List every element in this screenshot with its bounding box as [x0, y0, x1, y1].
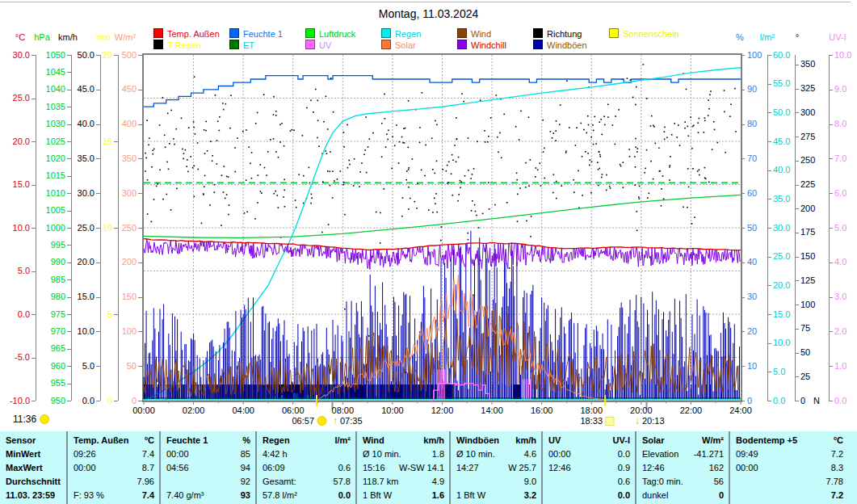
legend-item-label: UV	[319, 40, 331, 50]
cell-value: 7.2	[831, 489, 848, 502]
axis-tick-label: 175	[800, 228, 815, 237]
axis-tick-label: 20	[747, 327, 757, 336]
axis-tick-label: -10.0	[10, 397, 30, 405]
legend-item-label: Feuchte 1	[243, 29, 283, 39]
axis-tick	[114, 228, 118, 229]
axis-tick	[767, 314, 771, 315]
axis-tick-label: 40.0	[773, 166, 790, 174]
page-title: Montag, 11.03.2024	[0, 7, 857, 20]
x-axis-tick-label: 00:00	[132, 405, 155, 415]
moonrise-marker: ↑07:35	[333, 416, 363, 426]
table-group-wind: Windkm/hØ 10 min.1.815:16W-SW 14.1118.7 …	[355, 431, 449, 504]
axis-tick	[767, 372, 771, 372]
axis-tick	[67, 107, 71, 107]
axis-tick	[829, 90, 833, 90]
axis-tick-label: 60	[747, 189, 757, 198]
axis-tick-label: 5.0	[773, 368, 785, 376]
axis-tick	[795, 89, 799, 90]
cell-value: 9.0	[524, 475, 541, 489]
axis-tick-label: 275	[800, 132, 815, 141]
table-row: 1 Bft W3.2	[451, 489, 541, 502]
table-row: Ø 10 min.4.6	[451, 447, 541, 461]
sensor-name: Regen	[257, 434, 290, 447]
cell-label	[451, 475, 456, 489]
axis-tick	[795, 329, 799, 330]
cell-label: dunkel	[636, 489, 668, 502]
legend-item: Wind	[457, 28, 491, 39]
table-row: 09:267.4	[68, 447, 159, 461]
table-row-labels: SensorMinWertMaxWertDurchschnitt11.03. 2…	[0, 431, 66, 504]
table-group-header: Bodentemp +5°C	[730, 434, 848, 447]
axis-tick	[96, 90, 100, 90]
axis-tick	[829, 401, 833, 401]
axis-tick-label: 1000	[46, 224, 65, 233]
table-row: Tag:0 min.56	[636, 475, 729, 489]
legend-item-label: Solar	[395, 40, 416, 50]
table-row-label: 11.03. 23:59	[0, 489, 66, 502]
x-axis-tick-label: 06:00	[282, 405, 305, 415]
table-row: 14:27W 25.7	[451, 461, 541, 475]
axis-tick-label: 60.0	[773, 51, 790, 60]
axis-unit-label: %	[736, 32, 744, 42]
axis-tick	[795, 376, 799, 377]
cell-value: 8.3	[831, 461, 848, 475]
axis-tick-label: 50	[127, 362, 137, 371]
axis-tick	[795, 65, 799, 65]
axis-tick	[32, 401, 36, 401]
cell-label	[161, 475, 166, 489]
axis-scale-line	[100, 55, 101, 401]
axis-tick	[795, 353, 799, 354]
cell-value: 0.0	[338, 489, 355, 502]
axis-tick	[114, 401, 118, 401]
legend-item-label: Sonnenschein	[623, 29, 679, 39]
sensor-unit: km/h	[423, 434, 449, 447]
sensor-name: UV	[543, 434, 561, 447]
axis-tick	[767, 84, 771, 85]
axis-tick-label: 450	[122, 85, 137, 94]
x-axis-tick-label: 16:00	[531, 405, 553, 415]
axis-tick-label: 200	[800, 204, 815, 213]
axis-tick	[67, 314, 71, 315]
table-group-feuchte-1: Feuchte 1%00:008504:5694927.40 g/m³93	[159, 431, 255, 504]
legend-swatch-icon	[229, 28, 239, 38]
axis-unit-label: °	[796, 32, 799, 42]
table-group-bodentemp-5: Bodentemp +5°C09:497.200:008.37.787.2	[729, 431, 848, 504]
axis-tick	[96, 158, 100, 159]
cell-value: 7.4	[142, 447, 159, 461]
weather-chart	[142, 53, 742, 402]
axis-unit-label: W/m²	[115, 32, 136, 42]
sunset-time: 18:33	[580, 416, 603, 426]
axis-tick	[795, 208, 799, 209]
axis-tick-label: 50.0	[78, 51, 95, 60]
legend-item: Windböen	[533, 40, 587, 50]
axis-tick-label: 1035	[46, 103, 65, 111]
sunrise-time: 06:57	[292, 416, 314, 426]
cell-label: Gesamt:	[257, 475, 296, 489]
axis-tick	[795, 401, 799, 401]
legend-item: Richtung	[533, 28, 582, 39]
sensor-name: Feuchte 1	[161, 434, 208, 447]
axis-tick	[67, 228, 71, 229]
cell-label	[730, 475, 736, 489]
cell-value: 85	[241, 447, 255, 461]
axis-tick	[67, 401, 71, 401]
axis-tick-label: 1.0	[834, 362, 846, 371]
axis-tick-label: 350	[122, 154, 137, 163]
x-axis-tick-label: 24:00	[729, 405, 752, 415]
cell-value: 3.2	[524, 489, 541, 502]
axis-tick	[96, 193, 100, 194]
table-group-header: Windkm/h	[357, 434, 449, 447]
legend-item-label: Windböen	[547, 40, 587, 50]
axis-tick-label: 10.0	[773, 338, 790, 347]
axis-tick	[829, 228, 833, 229]
table-row: 57.8 l/m²0.0	[257, 489, 355, 502]
axis-tick-label: 100	[122, 327, 137, 336]
axis-tick-label: 25.0	[78, 224, 95, 233]
axis-unit-label: min	[96, 32, 111, 42]
axis-tick-label: 10	[747, 362, 757, 371]
axis-scale-line	[795, 55, 796, 401]
table-row-label: MinWert	[0, 447, 66, 461]
axis-tick-label: 1030	[46, 120, 65, 128]
legend-swatch-icon	[229, 40, 239, 49]
axis-tick	[32, 185, 36, 186]
